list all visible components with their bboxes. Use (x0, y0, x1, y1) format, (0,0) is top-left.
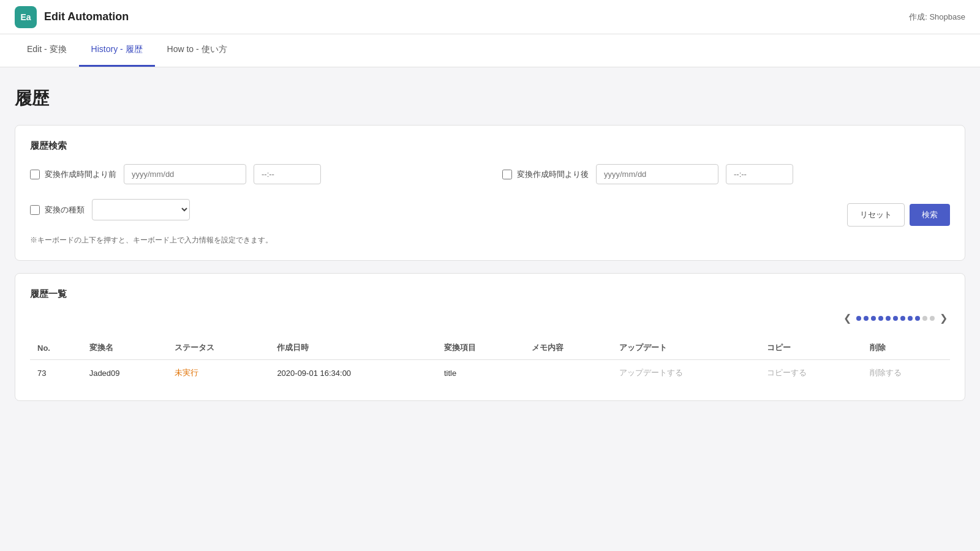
cell-name: Jaded09 (82, 360, 167, 386)
before-checkbox-label[interactable]: 変換作成時間より前 (30, 169, 116, 180)
cell-delete[interactable]: 削除する (862, 360, 950, 386)
type-row: 変換の種類 (30, 199, 190, 220)
dot-3[interactable] (871, 316, 876, 321)
before-time-input[interactable] (254, 164, 321, 184)
history-table: No. 変換名 ステータス 作成日時 変換項目 メモ内容 アップデート コピー … (30, 336, 950, 386)
next-page-button[interactable]: ❯ (937, 310, 950, 326)
cell-no: 73 (30, 360, 82, 386)
dot-9[interactable] (915, 316, 920, 321)
search-card-title: 履歴検索 (30, 140, 950, 152)
col-memo: メモ内容 (524, 336, 612, 360)
after-datetime-group: 変換作成時間より後 (502, 164, 950, 194)
cell-item: title (437, 360, 524, 386)
search-datetime-row: 変換作成時間より前 変換作成時間より後 (30, 164, 950, 194)
col-no: No. (30, 336, 82, 360)
cell-date: 2020-09-01 16:34:00 (270, 360, 437, 386)
reset-button[interactable]: リセット (847, 203, 905, 227)
before-checkbox[interactable] (30, 170, 40, 179)
col-item: 変換項目 (437, 336, 524, 360)
cell-memo (524, 360, 612, 386)
col-status: ステータス (167, 336, 270, 360)
prev-page-button[interactable]: ❮ (841, 310, 854, 326)
app-title: Edit Automation (44, 10, 129, 23)
dot-7[interactable] (900, 316, 905, 321)
type-checkbox[interactable] (30, 205, 40, 215)
cell-update[interactable]: アップデートする (612, 360, 760, 386)
type-checkbox-label[interactable]: 変換の種類 (30, 204, 85, 216)
list-card: 履歴一覧 ❮ ❯ No. (15, 273, 965, 401)
table-row: 73 Jaded09 未実行 2020-09-01 16:34:00 title… (30, 360, 950, 386)
after-time-input[interactable] (726, 164, 793, 184)
tab-history[interactable]: History - 履歴 (79, 34, 155, 67)
before-date-input[interactable] (124, 164, 246, 184)
dot-11[interactable] (930, 316, 935, 321)
list-card-header: 履歴一覧 (30, 288, 950, 300)
dot-4[interactable] (878, 316, 883, 321)
dot-8[interactable] (908, 316, 913, 321)
col-delete: 削除 (862, 336, 950, 360)
search-actions: リセット 検索 (847, 203, 950, 227)
tab-edit[interactable]: Edit - 変換 (15, 34, 79, 67)
col-copy: コピー (760, 336, 862, 360)
before-datetime-group: 変換作成時間より前 (30, 164, 478, 194)
page-title: 履歴 (15, 87, 965, 110)
dot-5[interactable] (886, 316, 891, 321)
dot-2[interactable] (864, 316, 869, 321)
tab-navigation: Edit - 変換 History - 履歴 How to - 使い方 (0, 34, 980, 67)
dot-1[interactable] (856, 316, 861, 321)
search-card: 履歴検索 変換作成時間より前 変換作成時間より後 (15, 125, 965, 261)
after-checkbox-label[interactable]: 変換作成時間より後 (502, 169, 589, 180)
cell-copy[interactable]: コピーする (760, 360, 862, 386)
col-update: アップデート (612, 336, 760, 360)
main-content: 履歴 履歴検索 変換作成時間より前 変換作成時間よ (0, 67, 980, 433)
after-checkbox[interactable] (502, 170, 512, 179)
type-select[interactable] (92, 199, 190, 220)
search-button[interactable]: 検索 (910, 204, 950, 226)
header-author: 作成: Shopbase (909, 12, 965, 23)
list-card-title: 履歴一覧 (30, 288, 67, 300)
cell-status: 未実行 (167, 360, 270, 386)
dot-6[interactable] (893, 316, 898, 321)
after-date-input[interactable] (596, 164, 718, 184)
app-logo-icon: Ea (15, 6, 37, 28)
app-header: Ea Edit Automation 作成: Shopbase (0, 0, 980, 34)
col-date: 作成日時 (270, 336, 437, 360)
tab-howto[interactable]: How to - 使い方 (155, 34, 239, 67)
col-name: 変換名 (82, 336, 167, 360)
dot-10[interactable] (922, 316, 927, 321)
search-hint: ※キーボードの上下を押すと、キーボード上で入力情報を設定できます。 (30, 235, 950, 246)
pagination-dots: ❮ ❯ (841, 310, 950, 326)
header-left: Ea Edit Automation (15, 6, 129, 28)
pagination-row: ❮ ❯ (30, 310, 950, 326)
table-header-row: No. 変換名 ステータス 作成日時 変換項目 メモ内容 アップデート コピー … (30, 336, 950, 360)
